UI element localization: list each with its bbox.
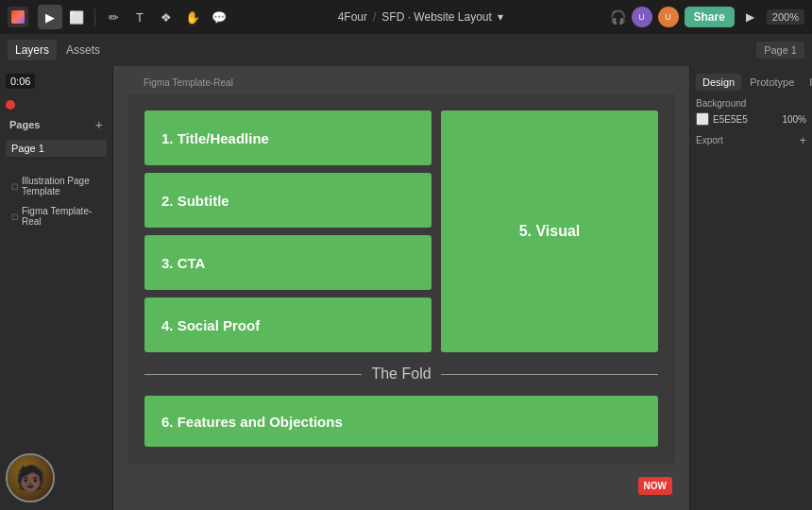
page-1-name: Page 1 (11, 143, 101, 154)
breadcrumb: 4Four / SFD · Website Layout ▾ (237, 10, 604, 24)
play-button[interactable]: ▶ (740, 7, 761, 27)
headphone-icon[interactable]: 🎧 (610, 9, 626, 25)
layer-label-2: Figma Template-Real (22, 206, 101, 227)
social-box[interactable]: 4. Social Proof (144, 298, 431, 352)
page-label[interactable]: Page 1 (756, 42, 804, 59)
canvas-area[interactable]: Figma Template-Real 1. Title/Headline 2.… (113, 66, 689, 510)
right-tabs: Design Prototype Inspect (696, 74, 806, 91)
bg-color-value[interactable]: E5E5E5 (713, 114, 748, 125)
top-bar: ▶ ⬜ ✏ T ❖ ✋ 💬 4Four / SFD · Website Layo… (0, 0, 812, 34)
page-1-item[interactable]: Page 1 (6, 140, 107, 157)
right-sidebar: Design Prototype Inspect Background E5E5… (689, 66, 812, 510)
features-label: 6. Features and Objections (161, 414, 343, 430)
tab-design[interactable]: Design (696, 74, 741, 91)
bg-opacity-value[interactable]: 100% (782, 114, 806, 125)
export-add-button[interactable]: + (799, 133, 806, 147)
top-bar-right: 🎧 U U Share ▶ 200% (610, 7, 805, 27)
layer-label-1: Illustration Page Template (22, 176, 101, 196)
tab-prototype[interactable]: Prototype (743, 74, 801, 91)
social-label: 4. Social Proof (161, 317, 260, 333)
toolbar-sep-1 (94, 8, 95, 26)
layer-icon-2: ◻ (11, 212, 18, 221)
export-label: Export (696, 135, 723, 145)
pages-header: Pages + (6, 115, 107, 134)
toolbar: ▶ ⬜ ✏ T ❖ ✋ 💬 (38, 5, 231, 29)
subtitle-box[interactable]: 2. Subtitle (144, 173, 431, 228)
subtitle-label: 2. Subtitle (161, 193, 229, 209)
user-avatar-1[interactable]: U (632, 7, 652, 27)
breadcrumb-sep1: / (373, 10, 376, 24)
layer-illustration[interactable]: ◻ Illustration Page Template (6, 174, 107, 198)
zoom-level[interactable]: 200% (767, 9, 804, 25)
pen-tool[interactable]: ✏ (101, 5, 126, 29)
breadcrumb-part1: 4Four (338, 10, 367, 24)
bg-color-swatch[interactable] (696, 112, 709, 126)
fold-text: The Fold (371, 366, 431, 382)
now-badge: NOW (638, 477, 672, 495)
avatar-face: 🧑🏿 (8, 455, 53, 501)
share-button[interactable]: Share (685, 7, 735, 27)
cta-label: 3. CTA (161, 255, 205, 271)
export-row: Export + (696, 133, 806, 147)
tabs-bar: Layers Assets Page 1 (0, 34, 812, 66)
left-sidebar: 0:06 Pages + Page 1 ◻ Illustration Page … (0, 66, 113, 510)
tab-layers[interactable]: Layers (8, 40, 57, 60)
breadcrumb-arrow[interactable]: ▾ (498, 10, 503, 24)
title-box[interactable]: 1. Title/Headline (144, 110, 431, 165)
cta-box[interactable]: 3. CTA (144, 235, 431, 290)
main-area: 0:06 Pages + Page 1 ◻ Illustration Page … (0, 66, 812, 510)
fold-hr-right (441, 374, 658, 375)
visual-label: 5. Visual (519, 223, 581, 240)
user-avatar-2[interactable]: U (658, 7, 679, 27)
comment-tool[interactable]: 💬 (207, 5, 231, 29)
hand-tool[interactable]: ✋ (180, 5, 205, 29)
app-logo[interactable] (8, 7, 28, 27)
frame-tool[interactable]: ⬜ (64, 5, 89, 29)
tab-inspect[interactable]: Inspect (803, 74, 812, 91)
top-section: 1. Title/Headline 2. Subtitle 3. CTA 4. … (144, 110, 658, 352)
add-page-button[interactable]: + (95, 117, 103, 132)
tab-right: Page 1 (756, 42, 804, 59)
pages-title: Pages (9, 119, 40, 130)
background-row: E5E5E5 100% (696, 112, 806, 126)
user-avatar-bottom: 🧑🏿 (6, 453, 55, 502)
background-title: Background (696, 98, 806, 109)
timer-badge: 0:06 (6, 74, 35, 89)
fold-line: The Fold (144, 366, 658, 382)
text-tool[interactable]: T (127, 5, 152, 29)
canvas-frame: 1. Title/Headline 2. Subtitle 3. CTA 4. … (127, 94, 675, 464)
timer-value: 0:06 (10, 76, 30, 87)
visual-box[interactable]: 5. Visual (441, 110, 658, 352)
breadcrumb-part2[interactable]: SFD · Website Layout (381, 10, 492, 24)
features-box[interactable]: 6. Features and Objections (144, 396, 658, 447)
layer-figma-real[interactable]: ◻ Figma Template-Real (6, 204, 107, 229)
recording-dot (6, 100, 15, 110)
layer-icon-1: ◻ (11, 181, 18, 191)
left-column: 1. Title/Headline 2. Subtitle 3. CTA 4. … (144, 110, 431, 352)
title-label: 1. Title/Headline (161, 130, 269, 146)
select-tool[interactable]: ▶ (38, 5, 62, 29)
layout-grid: 1. Title/Headline 2. Subtitle 3. CTA 4. … (144, 110, 658, 447)
frame-label: Figma Template-Real (144, 77, 233, 88)
component-tool[interactable]: ❖ (154, 5, 178, 29)
fold-hr-left (144, 374, 362, 375)
tab-assets[interactable]: Assets (59, 40, 108, 60)
